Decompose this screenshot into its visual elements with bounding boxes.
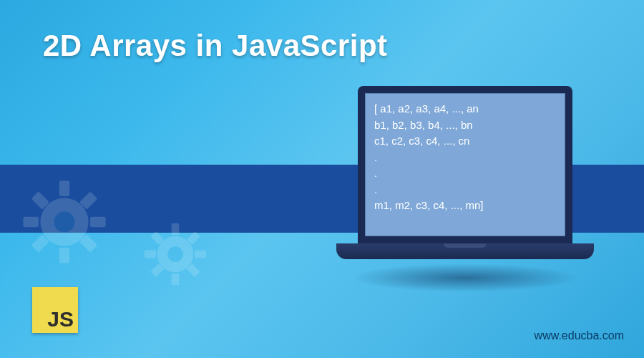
svg-rect-3 (23, 217, 39, 227)
laptop-base (336, 243, 594, 259)
page-title: 2D Arrays in JavaScript (43, 29, 388, 63)
code-line: m1, m2, c3, c4, ..., mn] (374, 198, 556, 214)
gear-icon (143, 222, 208, 286)
laptop-illustration: [ a1, a2, a3, a4, ..., anb1, b2, b3, b4,… (336, 86, 594, 301)
svg-rect-14 (195, 251, 206, 258)
svg-rect-4 (90, 217, 106, 227)
svg-rect-2 (59, 248, 69, 263)
laptop-screen-content: [ a1, a2, a3, a4, ..., anb1, b2, b3, b4,… (365, 93, 565, 236)
svg-rect-13 (145, 251, 156, 258)
laptop-frame: [ a1, a2, a3, a4, ..., anb1, b2, b3, b4,… (358, 86, 572, 243)
code-line: . (374, 182, 556, 198)
code-line: c1, c2, c3, c4, ..., cn (374, 133, 556, 150)
code-line: . (374, 150, 556, 166)
code-line: . (374, 165, 556, 182)
svg-rect-1 (59, 180, 69, 196)
svg-point-9 (54, 212, 75, 233)
code-line: b1, b2, b3, b4, ..., bn (374, 117, 556, 134)
code-line: [ a1, a2, a3, a4, ..., an (374, 101, 556, 117)
svg-rect-11 (172, 223, 180, 235)
javascript-logo: JS (32, 287, 78, 333)
svg-rect-12 (172, 274, 180, 285)
website-url: www.educba.com (535, 329, 624, 342)
laptop-shadow (351, 263, 580, 292)
javascript-logo-text: JS (47, 307, 74, 332)
gear-icon (21, 179, 107, 265)
svg-point-19 (167, 246, 183, 262)
